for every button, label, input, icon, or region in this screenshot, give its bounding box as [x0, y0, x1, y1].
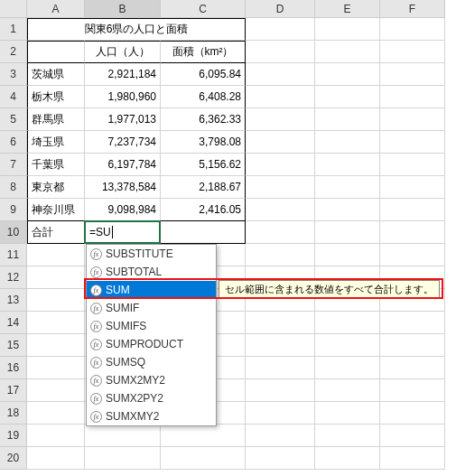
cell-E18[interactable]	[315, 402, 380, 425]
row-header-3[interactable]: 3	[0, 63, 27, 86]
cell-E6[interactable]	[315, 131, 380, 154]
pref-4[interactable]: 埼玉県	[27, 131, 85, 154]
cell-F17[interactable]	[380, 379, 445, 402]
suggest-sumifs[interactable]: fxSUMIFS	[87, 317, 216, 335]
cell-D7[interactable]	[246, 154, 315, 176]
cell-A17[interactable]	[27, 379, 85, 402]
cell-E14[interactable]	[315, 312, 380, 334]
row-header-10[interactable]: 10	[0, 221, 27, 244]
cell-F14[interactable]	[380, 312, 445, 334]
cell-D19[interactable]	[246, 425, 315, 447]
row-header-18[interactable]: 18	[0, 402, 27, 425]
cell-E8[interactable]	[315, 176, 380, 199]
row-header-11[interactable]: 11	[0, 244, 27, 266]
row-header-5[interactable]: 5	[0, 108, 27, 131]
cell-A19[interactable]	[27, 425, 85, 447]
suggest-substitute[interactable]: fxSUBSTITUTE	[87, 245, 216, 263]
area-3[interactable]: 6,362.33	[161, 108, 246, 131]
title-cell[interactable]: 関東6県の人口と面積	[85, 18, 161, 41]
select-all-corner[interactable]	[0, 0, 27, 18]
cell-D8[interactable]	[246, 176, 315, 199]
row-header-9[interactable]: 9	[0, 199, 27, 221]
cell-F20[interactable]	[380, 447, 445, 470]
pop-1[interactable]: 2,921,184	[85, 63, 161, 86]
col-header-a[interactable]: A	[27, 0, 85, 18]
suggest-sumx2py2[interactable]: fxSUMX2PY2	[87, 389, 216, 407]
pref-3[interactable]: 群馬県	[27, 108, 85, 131]
pref-6[interactable]: 東京都	[27, 176, 85, 199]
area-5[interactable]: 5,156.62	[161, 154, 246, 176]
cell-A2[interactable]	[27, 41, 85, 63]
suggest-sumx2my2[interactable]: fxSUMX2MY2	[87, 371, 216, 389]
pop-2[interactable]: 1,980,960	[85, 86, 161, 108]
pop-3[interactable]: 1,977,013	[85, 108, 161, 131]
cell-A16[interactable]	[27, 357, 85, 379]
row-header-1[interactable]: 1	[0, 18, 27, 41]
cell-D10[interactable]	[246, 221, 315, 244]
cell-F7[interactable]	[380, 154, 445, 176]
suggest-subtotal[interactable]: fxSUBTOTAL	[87, 263, 216, 281]
cell-A20[interactable]	[27, 447, 85, 470]
pref-1[interactable]: 茨城県	[27, 63, 85, 86]
cell-E1[interactable]	[315, 18, 380, 41]
row-header-2[interactable]: 2	[0, 41, 27, 63]
row-header-12[interactable]: 12	[0, 266, 27, 289]
cell-E3[interactable]	[315, 63, 380, 86]
cell-A13[interactable]	[27, 289, 85, 312]
cell-B10[interactable]	[85, 221, 161, 244]
cell-E11[interactable]	[315, 244, 380, 266]
cell-E17[interactable]	[315, 379, 380, 402]
cell-E16[interactable]	[315, 357, 380, 379]
cell-A11[interactable]	[27, 244, 85, 266]
cell-C20[interactable]	[161, 447, 246, 470]
suggest-sumif[interactable]: fxSUMIF	[87, 299, 216, 317]
row-header-15[interactable]: 15	[0, 334, 27, 357]
cell-F6[interactable]	[380, 131, 445, 154]
cell-D9[interactable]	[246, 199, 315, 221]
cell-F19[interactable]	[380, 425, 445, 447]
cell-D17[interactable]	[246, 379, 315, 402]
cell-D2[interactable]	[246, 41, 315, 63]
cell-D18[interactable]	[246, 402, 315, 425]
row-header-20[interactable]: 20	[0, 447, 27, 470]
cell-D11[interactable]	[246, 244, 315, 266]
row-header-13[interactable]: 13	[0, 289, 27, 312]
area-7[interactable]: 2,416.05	[161, 199, 246, 221]
cell-F1[interactable]	[380, 18, 445, 41]
cell-E10[interactable]	[315, 221, 380, 244]
row-header-14[interactable]: 14	[0, 312, 27, 334]
cell-D15[interactable]	[246, 334, 315, 357]
row-header-7[interactable]: 7	[0, 154, 27, 176]
cell-D5[interactable]	[246, 108, 315, 131]
pref-2[interactable]: 栃木県	[27, 86, 85, 108]
function-suggest-popup[interactable]: fxSUBSTITUTEfxSUBTOTALfxSUMfxSUMIFfxSUMI…	[86, 244, 217, 426]
pop-5[interactable]: 6,197,784	[85, 154, 161, 176]
cell-F16[interactable]	[380, 357, 445, 379]
cell-F8[interactable]	[380, 176, 445, 199]
suggest-sumxmy2[interactable]: fxSUMXMY2	[87, 407, 216, 425]
cell-B20[interactable]	[85, 447, 161, 470]
row-header-17[interactable]: 17	[0, 379, 27, 402]
cell-D16[interactable]	[246, 357, 315, 379]
cell-E4[interactable]	[315, 86, 380, 108]
suggest-sum[interactable]: fxSUM	[87, 281, 216, 299]
area-1[interactable]: 6,095.84	[161, 63, 246, 86]
col-header-b[interactable]: B	[85, 0, 161, 18]
cell-D14[interactable]	[246, 312, 315, 334]
col-header-c[interactable]: C	[161, 0, 246, 18]
cell-F4[interactable]	[380, 86, 445, 108]
row-header-16[interactable]: 16	[0, 357, 27, 379]
header-pop[interactable]: 人口（人）	[85, 41, 161, 63]
pop-6[interactable]: 13,378,584	[85, 176, 161, 199]
area-6[interactable]: 2,188.67	[161, 176, 246, 199]
col-header-e[interactable]: E	[315, 0, 380, 18]
cell-D4[interactable]	[246, 86, 315, 108]
cell-D20[interactable]	[246, 447, 315, 470]
cell-E19[interactable]	[315, 425, 380, 447]
col-header-f[interactable]: F	[380, 0, 445, 18]
total-label[interactable]: 合計	[27, 221, 85, 244]
row-header-8[interactable]: 8	[0, 176, 27, 199]
cell-D6[interactable]	[246, 131, 315, 154]
cell-E15[interactable]	[315, 334, 380, 357]
suggest-sumsq[interactable]: fxSUMSQ	[87, 353, 216, 371]
